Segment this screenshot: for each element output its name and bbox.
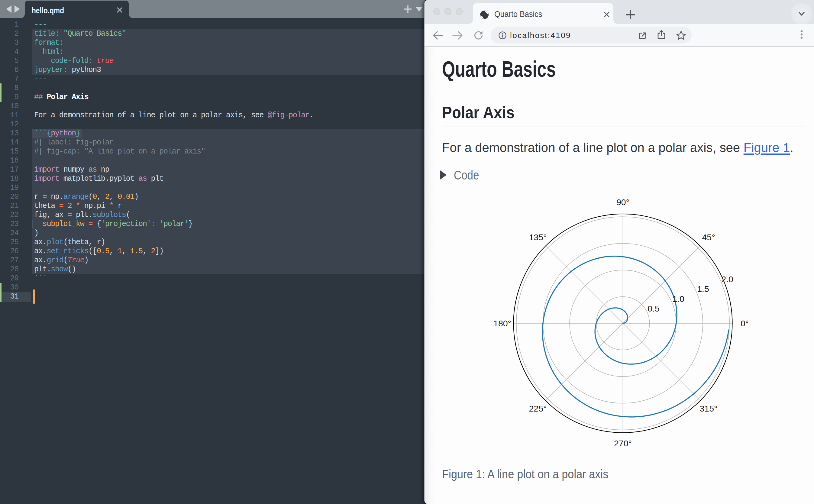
svg-text:315°: 315° bbox=[700, 404, 718, 413]
svg-text:1.5: 1.5 bbox=[697, 284, 709, 294]
svg-text:1.0: 1.0 bbox=[672, 294, 684, 304]
svg-text:180°: 180° bbox=[493, 318, 511, 328]
svg-text:0°: 0° bbox=[741, 318, 749, 328]
svg-text:270°: 270° bbox=[614, 438, 632, 448]
svg-text:2.0: 2.0 bbox=[721, 274, 733, 284]
svg-text:135°: 135° bbox=[529, 232, 547, 242]
svg-text:225°: 225° bbox=[529, 404, 547, 413]
svg-text:45°: 45° bbox=[702, 232, 715, 242]
svg-text:90°: 90° bbox=[616, 197, 629, 207]
svg-text:0.5: 0.5 bbox=[648, 304, 660, 313]
